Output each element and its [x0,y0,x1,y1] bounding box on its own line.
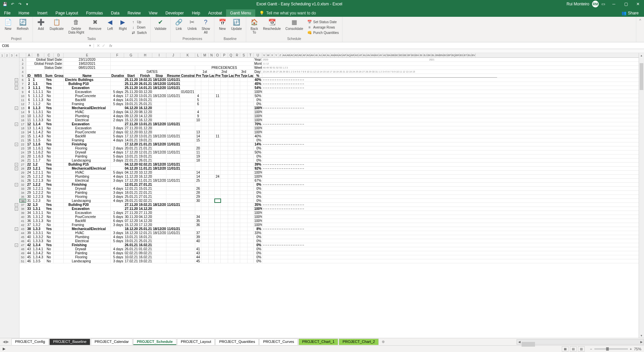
row-header-3[interactable]: 3 [19,66,26,70]
ribbon-tab-formulas[interactable]: Formulas [82,9,107,17]
row-header-7[interactable]: 7 [19,82,26,86]
row-header-15[interactable]: 15 [19,114,26,118]
hscroll-left-icon[interactable]: ◀ [517,340,522,344]
row-header-33[interactable]: 33 [19,187,26,190]
row-header-40[interactable]: 40 [19,215,26,219]
col-header-AG[interactable]: AG [307,53,311,57]
outline-collapse-icon[interactable]: − [15,183,18,186]
col-header-BQ[interactable]: BQ [451,53,455,57]
col-header-BD[interactable]: BD [399,53,403,57]
column-headers[interactable]: ABCDEFGHIJKLMNOPQRSTUVWXYZAAABACADAEAFAG… [19,53,644,58]
sheet-tab-project_config[interactable]: PROJECT_Config [11,339,49,345]
col-header-BK[interactable]: BK [427,53,431,57]
ribbon-tab-data[interactable]: Data [107,9,123,17]
update-button[interactable]: 🔃Update [229,17,244,37]
close-button[interactable]: ✕ [632,0,644,8]
col-header-AU[interactable]: AU [363,53,367,57]
col-header-Q[interactable]: Q [228,53,234,57]
col-header-BN[interactable]: BN [439,53,443,57]
outline-collapse-icon[interactable]: − [15,244,18,247]
col-header-H[interactable]: H [138,53,152,57]
outline-column[interactable]: 1 2 3 4 −−−−−−−−−−−−− [0,53,19,338]
col-header-AS[interactable]: AS [355,53,359,57]
macro-record-icon[interactable]: ▶ [3,347,5,351]
add-button[interactable]: ➕Add [35,17,47,37]
col-header-AH[interactable]: AH [311,53,315,57]
col-header-G[interactable]: G [124,53,138,57]
link-button[interactable]: 🔗Link [173,17,185,37]
outline-level-2[interactable]: 2 [5,53,9,57]
row-header-20[interactable]: 20 [19,134,26,138]
vscroll-thumb[interactable] [640,63,643,90]
col-header-V[interactable]: V [262,53,266,57]
user-avatar-icon[interactable]: RM [592,1,599,7]
back-to-button[interactable]: 🏠BackTo [248,17,260,37]
col-header-BO[interactable]: BO [443,53,447,57]
col-header-AL[interactable]: AL [327,53,331,57]
row-header-32[interactable]: 32 [19,183,26,186]
average-rows-button[interactable]: ≡Average Rows [306,25,340,30]
col-header-X[interactable]: X [270,53,274,57]
row-header-31[interactable]: 31 [19,179,26,182]
sheet-tab-project_calendar[interactable]: PROJECT_Calendar [91,339,132,345]
col-header-AX[interactable]: AX [375,53,379,57]
sheet-tab-project_chart_2[interactable]: PROJECT_Chart_2 [339,339,379,345]
outline-level-3[interactable]: 3 [10,53,14,57]
col-header-W[interactable]: W [266,53,270,57]
outline-collapse-icon[interactable]: − [15,106,18,110]
col-header-AF[interactable]: AF [303,53,307,57]
sheet-tab-project_curves[interactable]: PROJECT_Curves [259,339,298,345]
row-header-42[interactable]: 42 [19,223,26,227]
row-header-47[interactable]: 47 [19,243,26,247]
row-header-41[interactable]: 41 [19,219,26,223]
row-header-27[interactable]: 27 [19,163,26,166]
col-header-O[interactable]: O [215,53,221,57]
row-header-50[interactable]: 50 [19,255,26,259]
new-button[interactable]: 📄New [2,17,14,37]
ribbon-tab-developer[interactable]: Developer [161,9,188,17]
outline-collapse-icon[interactable]: − [15,82,18,86]
col-header-AQ[interactable]: AQ [347,53,351,57]
sheet-tab-project_chart_1[interactable]: PROJECT_Chart_1 [299,339,338,345]
col-header-AD[interactable]: AD [294,53,299,57]
row-header-38[interactable]: 38 [19,207,26,211]
sheet-tab-project_layout[interactable]: PROJECT_Layout [177,339,215,345]
row-header-43[interactable]: 43 [19,227,26,231]
reschedule-button[interactable]: 📆Reschedule [261,17,283,37]
outline-level-4[interactable]: 4 [14,53,19,57]
col-header-AN[interactable]: AN [335,53,339,57]
col-header-AP[interactable]: AP [343,53,347,57]
col-header-BA[interactable]: BA [387,53,391,57]
ribbon-tab-file[interactable]: File [0,9,14,17]
row-header-39[interactable]: 39 [19,211,26,215]
scroll-up-icon[interactable]: ▴ [639,53,644,58]
set-status-date-button[interactable]: 📅Set Status Date [306,19,340,25]
col-header-BF[interactable]: BF [407,53,411,57]
col-header-C[interactable]: C [44,53,54,57]
up-button[interactable]: ↑Up [129,19,148,25]
ribbon-tab-review[interactable]: Review [123,9,145,17]
col-header-BS[interactable]: BS [460,53,464,57]
col-header-BH[interactable]: BH [415,53,419,57]
page-layout-view-button[interactable]: ▤ [570,346,577,352]
row-header-1[interactable]: 1 [19,58,26,61]
row-header-6[interactable]: 6 [19,78,26,82]
col-header-BT[interactable]: BT [464,53,468,57]
outline-collapse-icon[interactable]: − [15,143,18,146]
zoom-out-button[interactable]: − [590,347,592,351]
row-header-46[interactable]: 46 [19,239,26,243]
normal-view-button[interactable]: ▦ [562,346,569,352]
row-header-8[interactable]: 8 [19,86,26,90]
row-header-2[interactable]: 2 [19,62,26,65]
col-header-AO[interactable]: AO [339,53,343,57]
outline-collapse-icon[interactable]: − [15,123,18,126]
sheet-nav-next-icon[interactable]: ▶ [6,340,9,344]
row-header-11[interactable]: 11 [19,98,26,102]
col-header-AI[interactable]: AI [315,53,319,57]
accept-formula-icon[interactable]: ✓ [102,43,105,48]
col-header-AT[interactable]: AT [359,53,363,57]
row-header-13[interactable]: 13 [19,106,26,110]
validate-button[interactable]: ✔Validate [153,17,168,41]
hscroll-right-icon[interactable]: ▶ [639,340,644,344]
row-header-36[interactable]: 36 [19,199,26,203]
